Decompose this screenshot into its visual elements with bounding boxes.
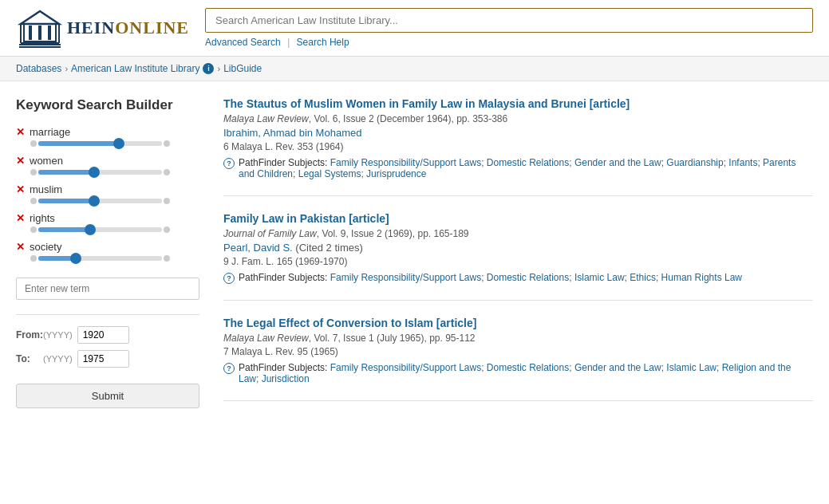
result-title-1[interactable]: The Stautus of Muslim Women in Family La… xyxy=(223,97,813,110)
slider-society xyxy=(30,255,199,262)
slider-dot-right-muslim xyxy=(164,198,170,204)
result-journal-3: Malaya Law Review, Vol. 7, Issue 1 (July… xyxy=(223,333,813,344)
term-label-society: society xyxy=(30,241,61,253)
results-area: The Stautus of Muslim Women in Family La… xyxy=(223,97,813,417)
main-content: Keyword Search Builder ✕ marriage ✕ wome… xyxy=(0,81,829,433)
result-author-1[interactable]: Ibrahim, Ahmad bin Mohamed xyxy=(223,127,813,139)
sidebar-title: Keyword Search Builder xyxy=(16,97,199,113)
result-title-3[interactable]: The Legal Effect of Conversion to Islam … xyxy=(223,317,813,329)
slider-marriage xyxy=(30,140,199,147)
logo-area: HEINONLINE xyxy=(16,8,189,48)
sidebar: Keyword Search Builder ✕ marriage ✕ wome… xyxy=(16,97,199,417)
slider-rights xyxy=(30,226,199,233)
pathfinder-content-2: PathFinder Subjects: Family Responsibili… xyxy=(239,272,742,283)
slider-fill-rights xyxy=(38,227,90,232)
breadcrumb-databases[interactable]: Databases xyxy=(16,63,61,74)
remove-marriage-button[interactable]: ✕ xyxy=(16,126,25,138)
slider-thumb-rights[interactable] xyxy=(85,224,96,235)
pathfinder-icon-1: ? xyxy=(223,158,235,169)
result-journal-1: Malaya Law Review, Vol. 6, Issue 2 (Dece… xyxy=(223,113,813,124)
date-from-label: From: xyxy=(16,329,38,341)
result-journal-detail-2: , Vol. 9, Issue 2 (1969), pp. 165-189 xyxy=(317,228,469,239)
result-journal-name-3: Malaya Law Review xyxy=(223,333,309,344)
date-range: From: (YYYY) To: (YYYY) xyxy=(16,314,199,368)
advanced-search-link[interactable]: Advanced Search xyxy=(205,37,281,48)
remove-society-button[interactable]: ✕ xyxy=(16,241,25,253)
pathfinder-label-1: PathFinder Subjects: xyxy=(239,157,330,168)
result-item-2: Family Law in Pakistan [article] Journal… xyxy=(223,212,813,301)
svg-rect-6 xyxy=(38,26,41,40)
pathfinder-icon-2: ? xyxy=(223,273,235,284)
pathfinder-content-1: PathFinder Subjects: Family Responsibili… xyxy=(239,157,813,179)
result-citation-1: 6 Malaya L. Rev. 353 (1964) xyxy=(223,141,813,152)
slider-track-marriage[interactable] xyxy=(38,141,162,146)
slider-thumb-muslim[interactable] xyxy=(89,195,100,207)
slider-thumb-women[interactable] xyxy=(89,167,100,178)
breadcrumb-chevron-2: › xyxy=(217,64,220,73)
keyword-term-society: ✕ society xyxy=(16,241,199,262)
slider-dot-left-muslim xyxy=(30,198,37,204)
main-search-input[interactable] xyxy=(205,8,813,33)
result-item-3: The Legal Effect of Conversion to Islam … xyxy=(223,317,813,401)
hein-logo-icon xyxy=(16,8,64,48)
result-citation-2: 9 J. Fam. L. 165 (1969-1970) xyxy=(223,256,813,267)
pathfinder-icon-3: ? xyxy=(223,363,235,374)
breadcrumb-chevron-1: › xyxy=(65,64,68,73)
slider-dot-left-rights xyxy=(30,226,37,233)
keyword-term-rights: ✕ rights xyxy=(16,212,199,233)
keyword-term-marriage: ✕ marriage xyxy=(16,126,199,147)
result-pathfinder-3: ? PathFinder Subjects: Family Responsibi… xyxy=(223,362,813,384)
result-journal-detail-3: , Vol. 7, Issue 1 (July 1965), pp. 95-11… xyxy=(309,333,476,344)
svg-rect-5 xyxy=(29,26,32,40)
slider-track-muslim[interactable] xyxy=(38,199,162,203)
info-icon[interactable]: i xyxy=(203,63,214,74)
submit-button[interactable]: Submit xyxy=(16,384,199,408)
remove-women-button[interactable]: ✕ xyxy=(16,155,25,167)
search-area: Advanced Search | Search Help xyxy=(205,8,813,48)
result-pathfinder-1: ? PathFinder Subjects: Family Responsibi… xyxy=(223,157,813,179)
date-to-label: To: xyxy=(16,353,38,364)
breadcrumb-libguide[interactable]: LibGuide xyxy=(223,63,262,74)
svg-rect-7 xyxy=(48,26,51,40)
term-label-rights: rights xyxy=(30,212,55,224)
search-help-link[interactable]: Search Help xyxy=(297,37,349,48)
slider-dot-left-women xyxy=(30,169,37,175)
breadcrumb-library[interactable]: American Law Institute Library xyxy=(71,63,199,74)
pathfinder-label-2: PathFinder Subjects: xyxy=(239,272,330,283)
result-journal-name-2: Journal of Family Law xyxy=(223,228,317,239)
slider-dot-right-marriage xyxy=(164,140,170,147)
result-author-2[interactable]: Pearl, David S. (Cited 2 times) xyxy=(223,242,813,254)
pathfinder-subjects-2: Family Responsibility/Support Laws; Dome… xyxy=(330,272,742,283)
result-pathfinder-2: ? PathFinder Subjects: Family Responsibi… xyxy=(223,272,813,284)
result-journal-name-1: Malaya Law Review xyxy=(223,113,309,124)
slider-dot-right-society xyxy=(164,255,170,262)
term-label-women: women xyxy=(30,155,63,167)
pathfinder-label-3: PathFinder Subjects: xyxy=(239,362,330,373)
result-title-2[interactable]: Family Law in Pakistan [article] xyxy=(223,212,813,225)
slider-track-society[interactable] xyxy=(38,256,162,261)
svg-marker-0 xyxy=(21,11,59,24)
slider-muslim xyxy=(30,198,199,204)
slider-fill-women xyxy=(38,170,94,175)
logo-text: HEINONLINE xyxy=(67,18,189,38)
breadcrumb: Databases › American Law Institute Libra… xyxy=(0,57,829,81)
date-from-input[interactable] xyxy=(77,326,129,344)
keyword-term-women: ✕ women xyxy=(16,155,199,175)
slider-thumb-society[interactable] xyxy=(70,253,81,264)
pathfinder-content-3: PathFinder Subjects: Family Responsibili… xyxy=(239,362,813,384)
slider-dot-right-rights xyxy=(164,226,170,233)
slider-track-women[interactable] xyxy=(38,170,162,175)
new-term-input[interactable] xyxy=(16,278,199,300)
remove-muslim-button[interactable]: ✕ xyxy=(16,183,25,195)
date-to-input[interactable] xyxy=(77,350,129,368)
term-label-marriage: marriage xyxy=(30,126,70,138)
result-citation-3: 7 Malaya L. Rev. 95 (1965) xyxy=(223,346,813,357)
remove-rights-button[interactable]: ✕ xyxy=(16,212,25,224)
slider-thumb-marriage[interactable] xyxy=(113,138,124,149)
slider-dot-left-society xyxy=(30,255,37,262)
slider-dot-right-women xyxy=(164,169,170,175)
result-journal-detail-1: , Vol. 6, Issue 2 (December 1964), pp. 3… xyxy=(309,113,507,124)
keyword-term-muslim: ✕ muslim xyxy=(16,183,199,204)
slider-track-rights[interactable] xyxy=(38,227,162,232)
date-to-yyyy: (YYYY) xyxy=(43,354,73,364)
